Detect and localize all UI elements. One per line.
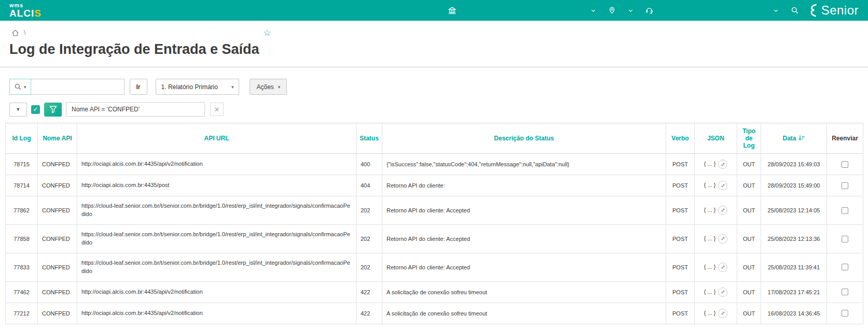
reenviar-checkbox[interactable] xyxy=(842,236,848,242)
cell-id-log: 77462 xyxy=(6,281,38,303)
sort-descending-icon xyxy=(798,135,805,141)
reenviar-checkbox[interactable] xyxy=(842,207,848,214)
cell-nome-api: CONFPED xyxy=(38,224,77,253)
expand-icon xyxy=(720,207,726,213)
reenviar-checkbox[interactable] xyxy=(842,289,848,295)
cell-reenviar xyxy=(827,175,863,196)
col-header-status[interactable]: Status xyxy=(356,123,382,154)
expand-json-button[interactable] xyxy=(718,288,727,297)
expand-json-button[interactable] xyxy=(718,206,727,215)
filter-menu-button[interactable]: ▼ xyxy=(9,103,27,117)
cell-descricao: {"isSuccess":false,"statusCode":404,"ret… xyxy=(382,154,666,175)
cell-verbo: POST xyxy=(666,175,695,196)
chevron-down-icon: ▾ xyxy=(231,84,234,90)
chevron-down-icon[interactable] xyxy=(587,5,599,16)
filter-row: ▼ ✓ Nome API = 'CONFPED' ✕ xyxy=(9,102,863,117)
json-preview: { ... } xyxy=(704,161,716,167)
topbar-icon-group xyxy=(587,5,655,16)
expand-icon xyxy=(720,236,726,241)
location-pin-icon[interactable] xyxy=(606,5,617,16)
col-header-verbo[interactable]: Verbo xyxy=(666,123,695,154)
expand-json-button[interactable] xyxy=(718,309,727,318)
cell-tipo-de-log: OUT xyxy=(737,196,761,225)
cell-json: { ... } xyxy=(695,224,737,253)
filter-funnel-button[interactable] xyxy=(44,103,62,117)
col-header-tipo-de-log[interactable]: Tipo de Log xyxy=(737,123,761,154)
cell-id-log: 77212 xyxy=(6,303,38,324)
cell-tipo-de-log: OUT xyxy=(737,253,761,281)
actions-button[interactable]: Ações ▾ xyxy=(250,79,287,95)
cell-json: { ... } xyxy=(695,303,737,324)
chevron-down-icon[interactable] xyxy=(625,5,636,16)
page-title: Log de Integração de Entrada e Saída xyxy=(0,38,868,67)
col-header-json[interactable]: JSON xyxy=(695,123,737,154)
cell-api-url: http://ociapi.alcis.com.br:4435/api/v2/n… xyxy=(77,281,356,303)
search-column-selector[interactable]: ▾ xyxy=(9,79,31,95)
filter-enabled-checkbox[interactable]: ✓ xyxy=(31,105,40,114)
senior-logo[interactable]: Senior xyxy=(808,3,859,18)
actions-label: Ações xyxy=(256,83,273,91)
col-header-reenviar[interactable]: Reenviar xyxy=(827,123,863,154)
home-icon[interactable] xyxy=(9,27,21,38)
col-header-api-url[interactable]: API URL xyxy=(77,123,356,154)
cell-api-url: http://ociapi.alcis.com.br:4435/post xyxy=(77,175,356,196)
expand-icon xyxy=(720,264,726,270)
remove-filter-button[interactable]: ✕ xyxy=(210,103,224,116)
cell-json: { ... } xyxy=(695,154,737,175)
chevron-down-icon: ▾ xyxy=(24,84,26,90)
senior-swoosh-icon xyxy=(808,4,818,17)
reenviar-checkbox[interactable] xyxy=(842,310,848,317)
reenviar-checkbox[interactable] xyxy=(842,264,848,270)
chevron-down-icon[interactable] xyxy=(770,5,782,16)
expand-json-button[interactable] xyxy=(718,181,727,190)
cell-api-url: http://ociapi.alcis.com.br:4435/api/v2/n… xyxy=(77,303,356,324)
cell-tipo-de-log: OUT xyxy=(737,281,761,303)
search-input[interactable] xyxy=(31,79,125,95)
cell-data: 25/08/2023 12:14:05 xyxy=(761,196,827,225)
expand-json-button[interactable] xyxy=(718,263,727,272)
favorite-star-icon[interactable]: ☆ xyxy=(263,28,271,37)
json-preview: { ... } xyxy=(704,182,716,188)
cell-data: 16/08/2023 14:36:45 xyxy=(761,303,827,324)
filter-expression-chip[interactable]: Nome API = 'CONFPED' xyxy=(66,102,205,117)
cell-descricao: Retorno API do cliente: Accepted xyxy=(382,196,666,225)
cell-verbo: POST xyxy=(666,196,695,225)
json-preview: { ... } xyxy=(704,207,716,213)
search-icon[interactable] xyxy=(789,5,801,16)
col-header-nome-api[interactable]: Nome API xyxy=(38,123,77,154)
company-building-icon[interactable] xyxy=(446,5,458,16)
expand-json-button[interactable] xyxy=(718,160,727,169)
cell-data: 28/09/2023 15:49:03 xyxy=(761,154,827,175)
cell-nome-api: CONFPED xyxy=(38,253,77,281)
cell-reenviar xyxy=(827,224,863,253)
reenviar-checkbox[interactable] xyxy=(842,182,848,189)
cell-json: { ... } xyxy=(695,175,737,196)
table-header: Id Log Nome API API URL Status Descrição… xyxy=(6,123,863,154)
cell-reenviar xyxy=(827,154,863,175)
cell-nome-api: CONFPED xyxy=(38,303,77,324)
col-header-descricao[interactable]: Descrição do Status xyxy=(382,123,666,154)
cell-nome-api: CONFPED xyxy=(38,175,77,196)
log-table: Id Log Nome API API URL Status Descrição… xyxy=(5,123,863,324)
json-preview: { ... } xyxy=(704,264,716,270)
cell-tipo-de-log: OUT xyxy=(737,175,761,196)
table-row: 77833 CONFPED https://cloud-leaf.senior.… xyxy=(6,253,863,281)
topbar: wms ALCIS xyxy=(0,0,868,21)
col-header-data[interactable]: Data xyxy=(761,123,827,154)
cell-tipo-de-log: OUT xyxy=(737,224,761,253)
json-preview: { ... } xyxy=(704,235,716,241)
expand-json-button[interactable] xyxy=(718,234,727,243)
cell-descricao: A solicitação de conexão sofreu timeout xyxy=(382,303,666,324)
table-row: 77858 CONFPED https://cloud-leaf.senior.… xyxy=(6,224,863,253)
wms-alcis-logo[interactable]: wms ALCIS xyxy=(9,3,42,18)
cell-verbo: POST xyxy=(666,281,695,303)
cell-id-log: 78714 xyxy=(6,175,38,196)
table-body: 78715 CONFPED http://ociapi.alcis.com.br… xyxy=(6,154,863,324)
go-button[interactable]: Ir xyxy=(130,79,147,95)
report-select[interactable]: 1. Relatório Primário ▾ xyxy=(156,79,240,95)
cell-json: { ... } xyxy=(695,281,737,303)
reenviar-checkbox[interactable] xyxy=(842,161,848,168)
support-headset-icon[interactable] xyxy=(643,5,655,16)
col-header-id-log[interactable]: Id Log xyxy=(6,123,38,154)
table-row: 77862 CONFPED https://cloud-leaf.senior.… xyxy=(6,196,863,225)
